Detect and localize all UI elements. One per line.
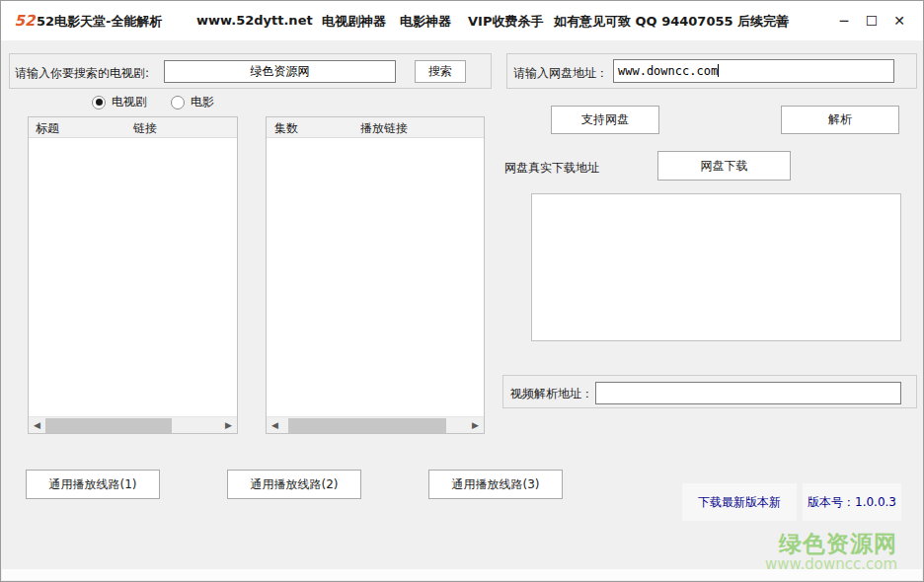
download-latest-panel: 下载最新版本新 <box>682 483 797 521</box>
app-logo-icon: 52 <box>14 10 36 32</box>
results-body[interactable] <box>29 138 237 416</box>
episodes-listview[interactable]: 集数 播放链接 ◀ ▶ <box>266 116 485 434</box>
scroll-left-icon[interactable]: ◀ <box>267 417 283 434</box>
results-header: 标题 链接 <box>29 117 237 138</box>
version-panel: 版本号：1.0.0.3 <box>803 483 901 521</box>
video-parse-label: 视频解析地址： <box>510 386 593 402</box>
download-latest-link[interactable]: 下载最新版本新 <box>698 494 781 511</box>
scroll-left-icon[interactable]: ◀ <box>29 417 45 434</box>
radio-dot <box>96 99 103 106</box>
window-title: 52电影天堂-全能解析 <box>37 13 163 31</box>
version-text: 版本号：1.0.0.3 <box>808 494 896 511</box>
results-listview[interactable]: 标题 链接 ◀ ▶ <box>28 116 238 434</box>
results-hscrollbar[interactable]: ◀ ▶ <box>29 416 237 433</box>
episodes-col-count[interactable]: 集数 <box>274 120 298 137</box>
close-button[interactable]: ✕ <box>887 9 911 33</box>
radio-tv-label[interactable]: 电视剧 <box>112 94 147 110</box>
minimize-button[interactable]: ─ <box>832 9 856 33</box>
episodes-hscrollbar[interactable]: ◀ ▶ <box>267 416 484 433</box>
media-type-radios: 电视剧 电影 <box>92 94 232 110</box>
play-line-2-button[interactable]: 通用播放线路(2) <box>227 470 361 499</box>
episodes-scroll-thumb[interactable] <box>288 418 446 433</box>
search-input[interactable]: 绿色资源网 <box>164 60 396 83</box>
play-line-1-button[interactable]: 通用播放线路(1) <box>26 470 160 499</box>
pan-address-value: www.downcc.com <box>618 64 718 78</box>
window-bottom-strip <box>2 569 922 580</box>
search-button[interactable]: 搜索 <box>415 60 466 83</box>
watermark: 绿色资源网 www.downcc.com <box>765 532 897 573</box>
menu-item-tv-tool[interactable]: 电视剧神器 <box>322 13 386 31</box>
search-label: 请输入你要搜索的电视剧: <box>15 65 149 82</box>
pan-address-label: 请输入网盘地址： <box>513 65 608 82</box>
app-window: 52 52电影天堂-全能解析 www.52dytt.net 电视剧神器 电影神器… <box>0 0 924 582</box>
video-parse-input[interactable] <box>595 382 901 404</box>
results-scroll-thumb[interactable] <box>45 418 172 433</box>
radio-movie-label[interactable]: 电影 <box>191 94 214 110</box>
maximize-button[interactable]: ☐ <box>860 9 884 33</box>
pan-download-button[interactable]: 网盘下载 <box>657 151 791 181</box>
play-line-3-button[interactable]: 通用播放线路(3) <box>428 470 563 499</box>
menu-item-movie-tool[interactable]: 电影神器 <box>400 13 451 31</box>
menu-item-vip-killer[interactable]: VIP收费杀手 <box>468 13 543 31</box>
results-col-title[interactable]: 标题 <box>36 120 59 137</box>
supported-pans-button[interactable]: 支持网盘 <box>551 106 659 134</box>
download-result-textarea[interactable] <box>531 193 901 341</box>
menu-item-website[interactable]: www.52dytt.net <box>196 13 313 28</box>
titlebar: 52 52电影天堂-全能解析 www.52dytt.net 电视剧神器 电影神器… <box>1 1 923 40</box>
episodes-body[interactable] <box>267 138 484 416</box>
parse-button[interactable]: 解析 <box>781 106 899 134</box>
scroll-right-icon[interactable]: ▶ <box>467 417 484 434</box>
watermark-title: 绿色资源网 <box>765 532 897 556</box>
radio-tv-checked[interactable] <box>92 96 106 109</box>
feedback-qq-text: 如有意见可致 QQ 94407055 后续完善 <box>554 13 789 31</box>
text-caret <box>718 64 719 77</box>
results-col-link[interactable]: 链接 <box>133 120 157 137</box>
episodes-header: 集数 播放链接 <box>267 117 484 138</box>
radio-movie[interactable] <box>171 96 185 109</box>
pan-address-input[interactable]: www.downcc.com <box>613 59 894 83</box>
episodes-col-playlink[interactable]: 播放链接 <box>360 120 408 137</box>
real-download-address-label: 网盘真实下载地址 <box>504 160 599 177</box>
scroll-right-icon[interactable]: ▶ <box>220 417 237 434</box>
